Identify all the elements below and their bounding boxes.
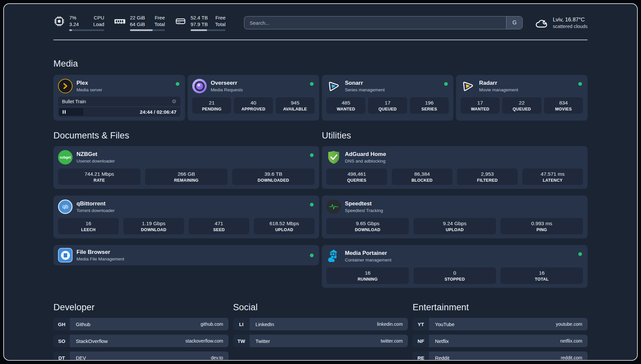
- bookmark-url: linkedin.com: [377, 321, 403, 327]
- memory-icon: [114, 15, 126, 27]
- stat-download: 1.19 Gbps DOWNLOAD: [123, 218, 184, 234]
- bookmark-name: DEV: [76, 355, 86, 361]
- qbittorrent-logo-icon: qb: [58, 199, 73, 214]
- app-card-filebrowser[interactable]: File Browser Media File Management: [53, 245, 319, 265]
- speedtest-logo-icon: [326, 199, 341, 214]
- bookmark-url: stackoverflow.com: [185, 338, 223, 344]
- cpu-load-value: 3.24: [69, 21, 79, 28]
- search-bar: G: [244, 16, 523, 29]
- search-input[interactable]: [244, 16, 506, 29]
- cpu-load-label: Load: [93, 21, 104, 28]
- memory-progress-bar: [130, 29, 165, 31]
- search-provider-button[interactable]: G: [506, 16, 522, 29]
- bookmark-netflix[interactable]: NF Netflix netflix.com: [412, 335, 588, 347]
- storage-stat-widget: 52.4 TB 97.9 TB Free Total: [175, 15, 226, 31]
- stat-queued: 17 QUEUED: [368, 97, 407, 114]
- app-subtitle: Series management: [345, 87, 385, 92]
- bookmark-reddit[interactable]: RE Reddit reddit.com: [412, 351, 588, 361]
- bookmark-linkedin[interactable]: LI LinkedIn linkedin.com: [233, 318, 408, 330]
- bookmark-name: Twitter: [256, 338, 270, 344]
- app-name: Overseerr: [211, 80, 243, 86]
- stat-queries: 498,461 QUERIES: [326, 168, 387, 185]
- section-title-developer: Developer: [53, 302, 229, 313]
- status-dot: [310, 203, 314, 206]
- qbittorrent-logo-text: qb: [62, 204, 68, 210]
- radarr-logo-icon: [461, 79, 475, 93]
- storage-free-value: 52.4 TB: [191, 15, 208, 21]
- bookmark-abbr: DT: [53, 351, 70, 361]
- app-card-overseerr[interactable]: Overseerr Media Requests 21 PENDING 40 A…: [188, 75, 319, 121]
- bookmark-name: Reddit: [435, 355, 449, 361]
- stat-filtered: 2,953 FILTERED: [457, 168, 518, 185]
- app-card-plex[interactable]: Plex Media server Bullet Train ⚙: [53, 75, 185, 121]
- bookmark-url: youtube.com: [556, 321, 582, 327]
- section-title-utilities: Utilities: [322, 131, 588, 141]
- stat-upload: 618.52 Mbps UPLOAD: [254, 218, 315, 234]
- memory-free-value: 22 GiB: [130, 15, 145, 21]
- bookmark-url: netflix.com: [560, 338, 582, 344]
- pause-button[interactable]: [63, 110, 66, 114]
- stat-total: 16 TOTAL: [501, 267, 583, 284]
- stat-latency: 47.571 ms LATENCY: [522, 168, 583, 185]
- cpu-progress-bar: [69, 29, 104, 31]
- bookmark-abbr: GH: [53, 318, 70, 330]
- sonarr-logo-icon: [326, 79, 341, 93]
- plex-logo-icon: [58, 79, 73, 93]
- app-card-speedtest[interactable]: Speedtest Speedtest Tracking 9.65 Gbps D…: [322, 196, 588, 238]
- app-card-radarr[interactable]: Radarr Movie management 17 WANTED 22 QUE…: [456, 75, 588, 121]
- bookmark-abbr: RE: [412, 351, 429, 361]
- stat-ping: 0.993 ms PING: [501, 218, 583, 234]
- bookmark-twitter[interactable]: TW Twitter twitter.com: [233, 335, 408, 347]
- bookmark-github[interactable]: GH Github github.com: [53, 318, 229, 330]
- section-title-media: Media: [53, 59, 588, 69]
- bookmark-stackoverflow[interactable]: SO StackOverflow stackoverflow.com: [53, 335, 229, 347]
- bookmark-dev[interactable]: DT DEV dev.to: [53, 351, 229, 361]
- playback-time: 24:44 / 02:06:47: [140, 109, 176, 115]
- stat-running: 16 RUNNING: [326, 267, 409, 284]
- app-name: NZBGet: [76, 151, 115, 158]
- app-subtitle: Media File Management: [76, 257, 124, 261]
- bookmark-url: github.com: [200, 321, 223, 327]
- stat-rate: 744.21 Mbps RATE: [58, 168, 140, 185]
- section-title-social: Social: [233, 302, 408, 313]
- memory-total-label: Total: [154, 21, 165, 28]
- app-name: File Browser: [76, 249, 124, 256]
- app-card-qbittorrent[interactable]: qb qBittorrent Torrent downloader 16 LEE…: [53, 196, 319, 238]
- bookmark-url: dev.to: [211, 355, 223, 360]
- app-card-adguard[interactable]: AdGuard Home DNS and adblocking 498,461 …: [322, 146, 588, 189]
- stat-wanted: 17 WANTED: [461, 97, 500, 114]
- bookmark-abbr: YT: [412, 318, 429, 330]
- app-card-nzbget[interactable]: nzbget NZBGet Usenet downloader 744.21 M…: [53, 146, 319, 189]
- nzbget-logo-icon: nzbget: [58, 150, 73, 165]
- top-bar: 7% 3.24 CPU Load: [53, 15, 588, 31]
- app-name: AdGuard Home: [345, 151, 386, 158]
- app-name: Plex: [76, 80, 102, 86]
- memory-total-value: 64 GiB: [130, 21, 145, 28]
- bookmark-abbr: LI: [233, 318, 250, 330]
- app-name: Radarr: [479, 80, 518, 86]
- transcode-gear-icon: ⚙: [172, 99, 176, 104]
- stat-upload: 9.24 Gbps UPLOAD: [413, 218, 496, 234]
- bookmark-name: Github: [76, 321, 90, 327]
- app-card-portainer[interactable]: Media Portainer Container management 16 …: [322, 245, 588, 288]
- app-name: Sonarr: [345, 80, 385, 86]
- bookmark-youtube[interactable]: YT YouTube youtube.com: [412, 318, 588, 330]
- storage-progress-bar: [191, 29, 226, 31]
- cloud-icon: [534, 16, 548, 29]
- app-name: Speedtest: [345, 200, 383, 207]
- cpu-usage-label: CPU: [93, 15, 104, 21]
- stat-series: 196 SERIES: [410, 97, 449, 114]
- dashboard-window: 7% 3.24 CPU Load: [3, 3, 638, 361]
- stat-blocked: 86,384 BLOCKED: [392, 168, 452, 185]
- stat-leech: 16 LEECH: [58, 218, 119, 234]
- app-card-sonarr[interactable]: Sonarr Series management 485 WANTED 17 Q…: [322, 75, 453, 121]
- stat-approved: 40 APPROVED: [234, 97, 273, 114]
- weather-condition: scattered clouds: [553, 24, 588, 29]
- stat-downloaded: 39.6 TB DOWNLOADED: [232, 168, 315, 185]
- topbar-divider: [53, 40, 588, 40]
- stat-download: 9.65 Gbps DOWNLOAD: [326, 218, 409, 234]
- app-subtitle: Speedtest Tracking: [345, 208, 383, 213]
- playback-progress-bar: 24:44 / 02:06:47: [58, 107, 180, 117]
- storage-total-label: Total: [215, 21, 226, 28]
- app-subtitle: Container management: [345, 258, 391, 262]
